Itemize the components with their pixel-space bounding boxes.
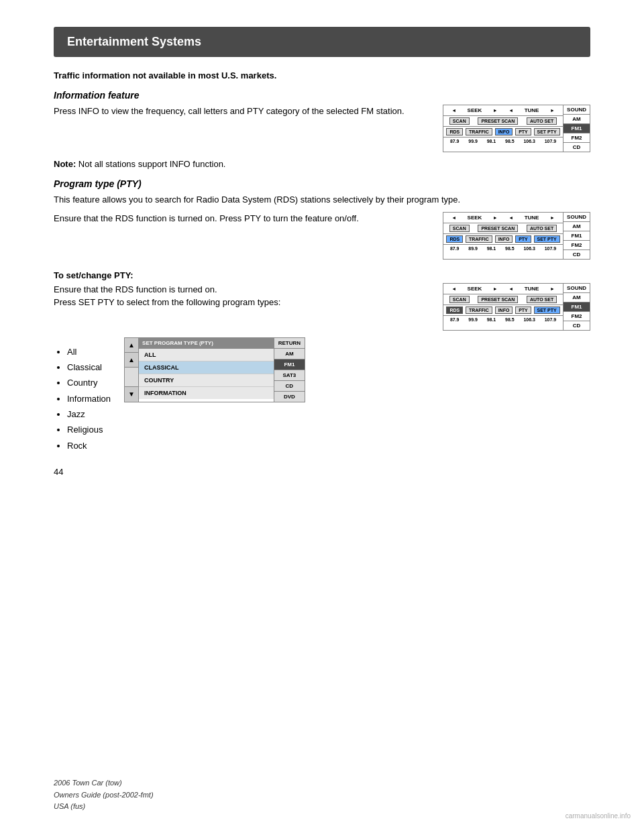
r1-set-pty: SET PTY <box>534 128 560 135</box>
r3-freq2: 99.9 <box>468 317 478 322</box>
r1-pty: PTY <box>515 128 531 135</box>
pty-item-classical[interactable]: CLASSICAL <box>139 362 274 374</box>
r2-auto-set: AUTO SET <box>527 225 557 232</box>
r2-traffic: TRAFFIC <box>466 235 492 243</box>
pty-am-btn[interactable]: AM <box>274 349 305 359</box>
list-item-religious: Religious <box>67 422 111 437</box>
section3-text: Ensure that the RDS function is turned o… <box>54 283 429 309</box>
r2-freq3: 98.1 <box>487 246 496 251</box>
radio-diagram-1: ◄ SEEK ► ◄ TUNE ► SCAN PRESET SCAN AUTO … <box>443 105 590 152</box>
section1-text: Press INFO to view the frequency, call l… <box>54 105 429 118</box>
r1-seek: SEEK <box>468 107 482 113</box>
r1-fm1-btn: FM1 <box>564 124 590 133</box>
r1-tune: TUNE <box>525 107 539 113</box>
r2-set-pty: SET PTY <box>534 235 560 243</box>
r3-sound-btn: SOUND <box>564 284 590 293</box>
r1-freq5: 106.3 <box>523 139 535 144</box>
pty-panel-diagram: ▲ ▲ ▼ SET PROGRAM TYPE (PTY) ALL CLASSIC… <box>124 337 305 402</box>
section2-text2: Ensure that the RDS function is turned o… <box>54 212 429 225</box>
pty-cd-btn[interactable]: CD <box>274 381 305 392</box>
r3-seek: SEEK <box>468 286 482 292</box>
footer-line3: USA (fus) <box>54 801 154 813</box>
note-label: Note: <box>54 159 76 169</box>
section3-body2: Press SET PTY to select from the followi… <box>54 296 429 309</box>
r1-freq6: 107.9 <box>545 139 557 144</box>
pty-item-information[interactable]: INFORMATION <box>139 387 274 399</box>
r1-freq4: 98.5 <box>505 139 515 144</box>
note-paragraph: Note: Not all stations support INFO func… <box>54 159 590 169</box>
program-type-list: All Classical Country Information Jazz R… <box>67 344 111 454</box>
watermark: carmanualsonline.info <box>566 812 631 820</box>
r2-preset-scan: PRESET SCAN <box>478 225 518 232</box>
r2-tune: TUNE <box>525 215 539 221</box>
r3-traffic: TRAFFIC <box>466 307 492 314</box>
page-footer: 2006 Town Car (tow) Owners Guide (post-2… <box>54 777 154 813</box>
r3-scan: SCAN <box>449 296 470 303</box>
list-item-country: Country <box>67 375 111 390</box>
list-item-jazz: Jazz <box>67 406 111 422</box>
r3-fm2-btn: FM2 <box>564 312 590 321</box>
footer-line1: 2006 Town Car (tow) <box>54 777 154 789</box>
r1-freq3: 98.1 <box>487 139 496 144</box>
r1-traffic: TRAFFIC <box>466 128 492 135</box>
r3-freq4: 98.5 <box>505 317 515 322</box>
r2-sound-btn: SOUND <box>564 213 590 222</box>
note-text: Not all stations support INFO function. <box>76 159 225 169</box>
r1-preset-scan: PRESET SCAN <box>478 117 518 125</box>
r2-freq5: 106.3 <box>523 246 535 251</box>
section1-title: Information feature <box>54 90 590 101</box>
r3-pty: PTY <box>515 307 531 314</box>
r3-info: INFO <box>495 307 513 314</box>
r2-seek: SEEK <box>468 215 482 221</box>
r3-tune: TUNE <box>525 286 539 292</box>
list-item-information: Information <box>67 391 111 406</box>
r3-fm1-btn: FM1 <box>564 302 590 312</box>
pty-panel-header: SET PROGRAM TYPE (PTY) <box>139 338 274 349</box>
r2-freq2: 89.9 <box>468 246 478 251</box>
section2-content: Ensure that the RDS function is turned o… <box>54 212 590 260</box>
pty-item-all[interactable]: ALL <box>139 349 274 362</box>
section2-body: This feature allows you to search for Ra… <box>54 193 590 207</box>
header-title: Entertainment Systems <box>67 35 201 48</box>
r3-freq3: 98.1 <box>487 317 496 322</box>
alert-text: Traffic information not available in mos… <box>54 70 590 80</box>
section3-lower: All Classical Country Information Jazz R… <box>54 337 590 454</box>
radio-diagram-3: ◄ SEEK ► ◄ TUNE ► SCAN PRESET SCAN AUTO … <box>443 283 590 331</box>
r3-freq5: 106.3 <box>523 317 535 322</box>
section2-title: Program type (PTY) <box>54 178 590 189</box>
pty-dvd-btn[interactable]: DVD <box>274 392 305 402</box>
radio-diagram-2: ◄ SEEK ► ◄ TUNE ► SCAN PRESET SCAN AUTO … <box>443 212 590 260</box>
r1-auto-set: AUTO SET <box>527 117 557 125</box>
r3-auto-set: AUTO SET <box>527 296 557 303</box>
r3-cd-btn: CD <box>564 321 590 330</box>
footer-line2: Owners Guide (post-2002-fmt) <box>54 789 154 801</box>
r2-fm2-btn: FM2 <box>564 241 590 250</box>
r1-fm2-btn: FM2 <box>564 133 590 143</box>
scroll-down-btn[interactable]: ▼ <box>125 387 138 402</box>
bullet-section: All Classical Country Information Jazz R… <box>54 337 111 454</box>
r1-am-btn: AM <box>564 115 590 124</box>
r2-info: INFO <box>495 235 513 243</box>
r1-cd-btn: CD <box>564 143 590 152</box>
r1-info: INFO <box>495 128 513 135</box>
r2-rds: RDS <box>446 235 463 243</box>
r1-freq1: 87.9 <box>450 139 460 144</box>
scroll-up-btn[interactable]: ▲ <box>125 338 138 353</box>
r3-preset-scan: PRESET SCAN <box>478 296 518 303</box>
pty-fm1-btn[interactable]: FM1 <box>274 359 305 370</box>
r2-scan: SCAN <box>449 225 470 232</box>
r3-rds: RDS <box>446 307 463 314</box>
r2-am-btn: AM <box>564 222 590 231</box>
section3-body1: Ensure that the RDS function is turned o… <box>54 283 429 296</box>
pty-item-country[interactable]: COUNTRY <box>139 374 274 387</box>
list-item-rock: Rock <box>67 438 111 453</box>
pty-sat3-btn[interactable]: SAT3 <box>274 370 305 381</box>
scroll-up2-btn[interactable]: ▲ <box>125 353 138 368</box>
page-header-banner: Entertainment Systems <box>54 27 590 57</box>
pty-return-btn[interactable]: RETURN <box>274 338 305 349</box>
r1-rds: RDS <box>446 128 463 135</box>
page-number: 44 <box>54 467 590 477</box>
section3-title: To set/change PTY: <box>54 270 590 280</box>
r1-scan: SCAN <box>449 117 470 125</box>
r2-pty: PTY <box>515 235 531 243</box>
